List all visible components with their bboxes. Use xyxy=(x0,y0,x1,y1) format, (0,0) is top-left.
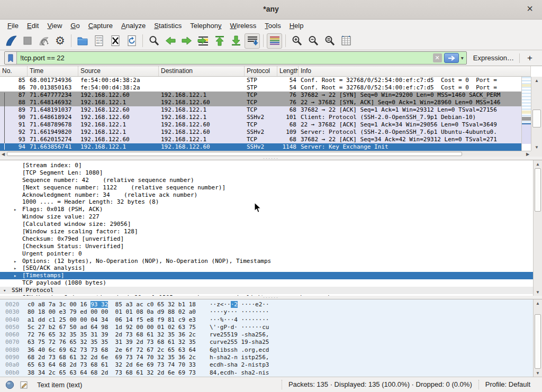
scrollbar-thumb[interactable] xyxy=(7,152,462,156)
profile-text[interactable]: Profile: Default xyxy=(478,380,537,389)
detail-row[interactable]: [TCP Segment Len: 1080] xyxy=(0,169,533,177)
detail-row[interactable]: Acknowledgment number: 34 (relative ack … xyxy=(0,192,533,199)
save-file-button[interactable]: 010101100011 xyxy=(91,33,106,49)
hex-row[interactable]: 00505c 27 b2 67 50 ad 64 98 1d 92 00 00 … xyxy=(5,324,269,331)
column-header-destination[interactable]: Destination xyxy=(159,66,245,76)
detail-row[interactable]: [Stream index: 0] xyxy=(0,162,533,169)
detail-row[interactable]: Urgent pointer: 0 xyxy=(0,250,533,258)
scroll-up-icon[interactable]: ▲ xyxy=(531,77,542,84)
menu-statistics[interactable]: Statistics xyxy=(150,21,186,31)
filter-clear-button[interactable]: ✕ xyxy=(433,53,442,62)
packet-row-87[interactable]: 8771.647777234192.168.122.60192.168.122.… xyxy=(0,92,521,99)
column-header-time[interactable]: Time xyxy=(28,66,78,76)
hex-row[interactable]: 006072 76 65 32 35 35 31 39 2d 73 68 61 … xyxy=(5,331,269,339)
detail-row[interactable]: ▸Options: (12 bytes), No-Operation (NOP)… xyxy=(0,258,533,265)
scroll-down-icon[interactable]: ▼ xyxy=(534,288,542,296)
packet-row-88[interactable]: 8871.648146932192.168.122.1192.168.122.6… xyxy=(0,99,521,106)
packet-row-85[interactable]: 8568.001734936fe:54:00:d4:38:2aSTP54Conf… xyxy=(0,77,521,84)
detail-row[interactable]: Sequence number: 42 (relative sequence n… xyxy=(0,177,533,184)
hex-row[interactable]: 0040a1 dd c1 25 00 00 04 34 06 14 f5 e8 … xyxy=(5,316,269,324)
scroll-down-icon[interactable]: ▼ xyxy=(534,369,542,377)
go-forward-button[interactable] xyxy=(179,33,194,49)
scrollbar-thumb[interactable] xyxy=(535,314,541,369)
bytes-vscrollbar[interactable]: ▲ ▼ xyxy=(533,299,542,377)
zoom-out-button[interactable] xyxy=(305,33,321,49)
detail-row[interactable]: 1000 .... = Header Length: 32 bytes (8) xyxy=(0,198,533,206)
go-last-button[interactable] xyxy=(228,33,243,49)
display-filter-field[interactable]: ✕ ▾ xyxy=(4,51,467,65)
close-file-button[interactable] xyxy=(107,33,123,49)
packet-row-94[interactable]: 9471.663856741192.168.122.1192.168.122.6… xyxy=(0,143,521,151)
packet-row-93[interactable]: 9371.662015274192.168.122.60192.168.122.… xyxy=(0,136,521,143)
zoom-original-button[interactable] xyxy=(322,33,337,49)
zoom-in-button[interactable] xyxy=(289,33,304,49)
menu-tools[interactable]: Tools xyxy=(260,21,285,31)
filter-dropdown-icon[interactable]: ▾ xyxy=(461,55,464,61)
scroll-up-icon[interactable]: ▲ xyxy=(534,299,542,307)
packet-row-92[interactable]: 9271.661949820192.168.122.1192.168.122.6… xyxy=(0,129,521,136)
expand-arrow-icon[interactable]: ▸ xyxy=(14,272,22,280)
expert-info-button[interactable] xyxy=(5,380,14,389)
hex-row[interactable]: 00a065 63 64 68 2d 73 68 61 32 2d 6e 69 … xyxy=(5,361,269,369)
stop-capture-button[interactable] xyxy=(20,33,35,49)
detail-row[interactable]: ▸Flags: 0x018 (PSH, ACK) xyxy=(0,206,533,213)
scrollbar-thumb[interactable] xyxy=(532,110,541,127)
detail-row[interactable]: [Checksum Status: Unverified] xyxy=(0,243,533,250)
resize-columns-button[interactable] xyxy=(338,33,354,49)
detail-row[interactable]: Checksum: 0x79ed [unverified] xyxy=(0,235,533,243)
find-packet-button[interactable] xyxy=(146,33,161,49)
column-header-length[interactable]: Length xyxy=(277,66,299,76)
menu-telephony[interactable]: Telephony xyxy=(186,21,225,31)
add-filter-button[interactable]: + xyxy=(527,53,532,63)
display-filter-input[interactable] xyxy=(17,54,433,62)
detail-row[interactable]: ▸[Timestamps] xyxy=(0,272,533,279)
packet-row-89[interactable]: 8971.648191037192.168.122.60192.168.122.… xyxy=(0,106,521,114)
detail-row[interactable]: [Next sequence number: 1122 (relative se… xyxy=(0,184,533,192)
menu-file[interactable]: File xyxy=(3,21,23,31)
menu-go[interactable]: Go xyxy=(66,21,84,31)
menu-analyze[interactable]: Analyze xyxy=(117,21,150,31)
packet-list-vscrollbar[interactable]: ▲ ▼ xyxy=(531,77,542,151)
column-header-source[interactable]: Source xyxy=(78,66,159,76)
detail-row[interactable]: ▾SSH Protocol xyxy=(0,287,533,294)
expression-button[interactable]: Expression… xyxy=(473,54,514,62)
scroll-up-icon[interactable]: ▲ xyxy=(534,160,542,168)
capture-options-button[interactable]: ⚙ xyxy=(52,33,68,49)
menu-edit[interactable]: Edit xyxy=(23,21,43,31)
column-header-info[interactable]: Info xyxy=(299,66,531,76)
start-capture-button[interactable] xyxy=(3,33,19,49)
menu-view[interactable]: View xyxy=(43,21,66,31)
expand-arrow-icon[interactable]: ▸ xyxy=(14,206,22,214)
go-to-packet-button[interactable] xyxy=(195,33,211,49)
scroll-right-icon[interactable]: ▶ xyxy=(525,151,531,157)
scrollbar-thumb[interactable] xyxy=(535,168,541,212)
detail-row[interactable]: [Calculated window size: 29056] xyxy=(0,221,533,228)
intelligent-scrollbar-minimap[interactable] xyxy=(521,77,531,151)
detail-row[interactable]: [Window size scaling factor: 128] xyxy=(0,228,533,235)
column-header-no[interactable]: No. xyxy=(0,66,28,76)
detail-row[interactable]: ▸[SEQ/ACK analysis] xyxy=(0,265,533,272)
capture-comment-button[interactable] xyxy=(20,380,29,389)
go-back-button[interactable] xyxy=(162,33,178,49)
filter-bookmark-button[interactable] xyxy=(5,52,17,64)
reload-file-button[interactable] xyxy=(124,33,139,49)
scroll-down-icon[interactable]: ▼ xyxy=(531,143,542,151)
restart-capture-button[interactable] xyxy=(36,33,51,49)
hex-row[interactable]: 003080 18 00 e3 79 ed 00 00 01 01 08 0a … xyxy=(5,308,269,316)
detail-row[interactable]: Window size value: 227 xyxy=(0,213,533,221)
hex-row[interactable]: 00b038 34 2c 65 63 64 68 2d 73 68 61 32 … xyxy=(5,369,269,377)
details-vscrollbar[interactable]: ▲ ▼ xyxy=(533,160,542,296)
collapse-arrow-icon[interactable]: ▾ xyxy=(3,287,12,295)
menu-capture[interactable]: Capture xyxy=(84,21,117,31)
colorize-button[interactable] xyxy=(267,33,282,49)
expand-arrow-icon[interactable]: ▸ xyxy=(14,265,22,272)
detail-row[interactable]: TCP payload (1080 bytes) xyxy=(0,279,533,287)
packet-row-91[interactable]: 9171.648789678192.168.122.1192.168.122.6… xyxy=(0,121,521,129)
menu-help[interactable]: Help xyxy=(285,21,308,31)
open-file-button[interactable] xyxy=(75,33,90,49)
scroll-left-icon[interactable]: ◀ xyxy=(0,151,6,157)
filter-apply-button[interactable] xyxy=(444,53,459,63)
hex-row[interactable]: 008036 40 6c 69 62 73 73 68 2e 6f 72 67 … xyxy=(5,347,269,354)
column-header-protocol[interactable]: Protocol xyxy=(245,66,277,76)
close-icon[interactable]: × xyxy=(523,2,537,16)
